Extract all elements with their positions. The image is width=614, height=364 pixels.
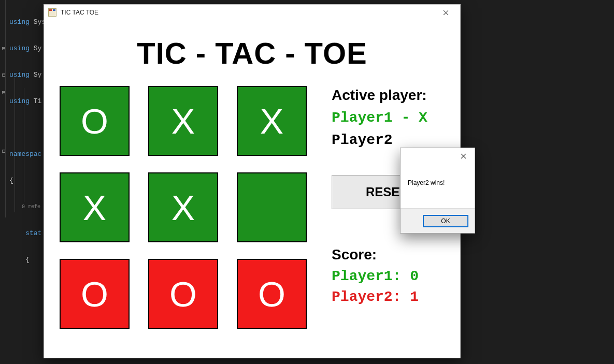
window-close-button[interactable] [434, 5, 457, 20]
game-window: TIC TAC TOE TIC - TAC - TOE O X X X X O … [44, 4, 461, 358]
cell-2[interactable]: X [237, 86, 307, 156]
close-icon [443, 10, 449, 16]
player1-line: Player1 - X [332, 107, 441, 129]
cell-8[interactable]: O [237, 259, 307, 329]
message-box-button-row: OK [401, 208, 475, 233]
message-box-ok-button[interactable]: OK [423, 215, 468, 227]
score-label: Score: [332, 246, 441, 263]
cell-6[interactable]: O [60, 259, 130, 329]
cell-7[interactable]: O [148, 259, 218, 329]
message-box-titlebar[interactable] [401, 148, 475, 164]
close-icon [461, 153, 466, 159]
app-icon [48, 8, 56, 17]
cell-1[interactable]: X [148, 86, 218, 156]
cell-5[interactable] [237, 172, 307, 242]
window-title: TIC TAC TOE [61, 9, 98, 16]
cell-4[interactable]: X [148, 172, 218, 242]
score-p1: Player1: 0 [332, 266, 441, 287]
game-title: TIC - TAC - TOE [60, 36, 445, 70]
message-box-close-button[interactable] [454, 150, 473, 162]
message-box: Player2 wins! OK [400, 148, 475, 234]
cell-0[interactable]: O [60, 86, 130, 156]
active-player-label: Active player: [332, 87, 441, 104]
ok-button-label: OK [441, 217, 450, 225]
message-box-text: Player2 wins! [401, 164, 475, 186]
score-p2: Player2: 1 [332, 287, 441, 308]
titlebar[interactable]: TIC TAC TOE [44, 5, 460, 20]
game-board: O X X X X O O O [60, 86, 319, 329]
cell-3[interactable]: X [60, 172, 130, 242]
